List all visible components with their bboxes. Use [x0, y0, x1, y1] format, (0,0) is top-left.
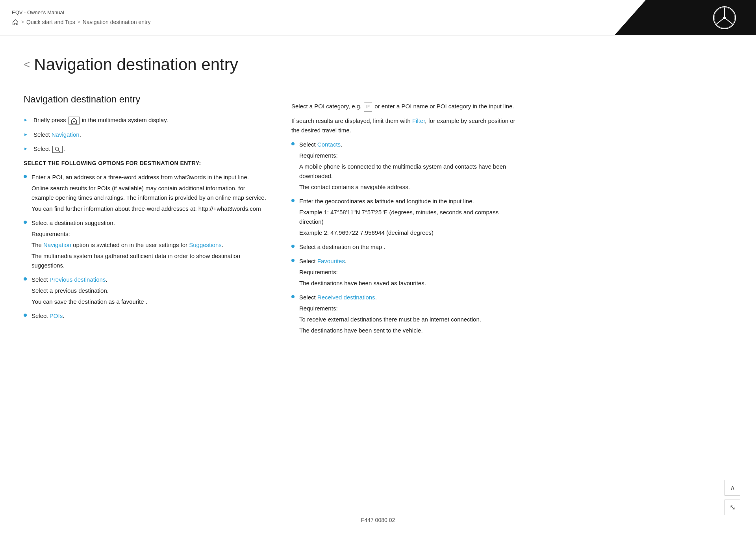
- page-title: Navigation destination entry: [34, 55, 238, 74]
- section-title: Navigation destination entry: [24, 94, 268, 105]
- geocoord-ex1: Example 1: 47°58'11"N 7°57'25"E (degrees…: [299, 208, 520, 227]
- bullet-dot-poi: [24, 175, 27, 178]
- bullet-content-geocoord: Enter the geocoordinates as latitude and…: [299, 197, 520, 238]
- svg-point-5: [723, 17, 726, 19]
- suggestion-requirements: Requirements:: [32, 229, 268, 239]
- bullet-content-map: Select a destination on the map .: [299, 242, 385, 252]
- geocoord-main-text: Enter the geocoordinates as latitude and…: [299, 198, 474, 204]
- bullet-content-poi: Enter a POI, an address or a three-word …: [32, 173, 268, 214]
- bullet-dot-suggestion: [24, 221, 27, 224]
- bullet-item-previous: Select Previous destinations. Select a p…: [24, 275, 268, 307]
- poi-main-text: Enter a POI, an address or a three-word …: [32, 174, 249, 180]
- received-req2: The destinations have been sent to the v…: [299, 326, 481, 335]
- home-icon[interactable]: [12, 19, 19, 26]
- svg-line-4: [724, 18, 734, 25]
- step-text-3: Select .: [33, 145, 65, 154]
- breadcrumb: > Quick start and Tips > Navigation dest…: [12, 19, 602, 26]
- bullet-item-geocoord: Enter the geocoordinates as latitude and…: [291, 197, 520, 238]
- bullet-content-suggestion: Select a destination suggestion. Require…: [32, 218, 268, 270]
- poi-sub1: Online search results for POIs (if avail…: [32, 184, 268, 202]
- poi-category-icon-box: P: [364, 102, 372, 112]
- previous-sub2: You can save the destination as a favour…: [32, 297, 147, 307]
- step-item-2: ► Select Navigation.: [24, 130, 268, 139]
- scroll-up-icon: ∧: [730, 483, 735, 492]
- page-title-row: < Navigation destination entry: [24, 55, 732, 74]
- previous-destinations-link[interactable]: Previous destinations: [50, 276, 106, 283]
- step-bullet-1: ►: [24, 117, 28, 122]
- bullet-content-pois: Select POIs.: [32, 311, 64, 321]
- bullet-item-map: Select a destination on the map .: [291, 242, 520, 252]
- favourites-main-text: Select Favourites.: [299, 258, 346, 264]
- step-text-1: Briefly press in the multimedia system d…: [33, 116, 168, 125]
- suggestion-req1: The Navigation option is switched on in …: [32, 240, 268, 250]
- bullet-item-poi: Enter a POI, an address or a three-word …: [24, 173, 268, 214]
- breadcrumb-link-quickstart[interactable]: Quick start and Tips: [26, 19, 75, 25]
- bullet-dot-pois: [24, 314, 27, 317]
- bullet-content-previous: Select Previous destinations. Select a p…: [32, 275, 147, 307]
- bullet-dot-map: [291, 245, 295, 248]
- step-bullet-2: ►: [24, 132, 28, 137]
- right-bullet-list: Select Contacts. Requirements: A mobile …: [291, 140, 520, 335]
- navigation-link-2[interactable]: Navigation: [43, 241, 71, 248]
- footer: F447 0080 02: [0, 517, 756, 523]
- left-bullet-list: Enter a POI, an address or a three-word …: [24, 173, 268, 321]
- home-icon-box: [69, 117, 80, 124]
- expand-button[interactable]: ⤡: [724, 500, 740, 515]
- step-list: ► Briefly press in the multimedia system…: [24, 116, 268, 154]
- main-content: Navigation destination entry ► Briefly p…: [0, 86, 756, 364]
- header-right: [614, 0, 756, 35]
- step-item-1: ► Briefly press in the multimedia system…: [24, 116, 268, 125]
- bullet-item-suggestion: Select a destination suggestion. Require…: [24, 218, 268, 270]
- map-main-text: Select a destination on the map .: [299, 243, 385, 250]
- previous-main-text: Select Previous destinations.: [32, 276, 107, 283]
- svg-line-3: [715, 18, 724, 25]
- left-column: Navigation destination entry ► Briefly p…: [24, 94, 268, 340]
- right-intro: Select a POI category, e.g. P or enter a…: [291, 102, 520, 111]
- bullet-content-contacts: Select Contacts. Requirements: A mobile …: [299, 140, 520, 192]
- bullet-item-received: Select Received destinations. Requiremen…: [291, 293, 520, 335]
- bullet-dot-contacts: [291, 142, 295, 145]
- bullet-dot-favourites: [291, 259, 295, 262]
- navigation-link[interactable]: Navigation: [52, 131, 80, 138]
- bullet-content-favourites: Select Favourites. Requirements: The des…: [299, 256, 426, 288]
- contacts-req1: A mobile phone is connected to the multi…: [299, 162, 520, 181]
- svg-line-7: [58, 150, 60, 152]
- contacts-main-text: Select Contacts.: [299, 141, 342, 148]
- right-column: Select a POI category, e.g. P or enter a…: [291, 94, 520, 340]
- bullet-dot-geocoord: [291, 199, 295, 202]
- favourites-requirements: Requirements:: [299, 268, 426, 277]
- scroll-up-button[interactable]: ∧: [724, 480, 740, 496]
- geocoord-ex2: Example 2: 47.969722 7.956944 (decimal d…: [299, 228, 520, 238]
- svg-point-6: [55, 147, 58, 150]
- options-header: SELECT THE FOLLOWING OPTIONS FOR DESTINA…: [24, 160, 268, 166]
- bullet-item-pois: Select POIs.: [24, 311, 268, 321]
- previous-sub1: Select a previous destination.: [32, 286, 147, 295]
- step-bullet-3: ►: [24, 146, 28, 151]
- header-left: EQV - Owner's Manual > Quick start and T…: [0, 0, 614, 35]
- breadcrumb-sep-1: >: [21, 19, 24, 25]
- received-destinations-link[interactable]: Received destinations: [317, 294, 375, 301]
- breadcrumb-current: Navigation destination entry: [83, 19, 151, 25]
- suggestion-main-text: Select a destination suggestion.: [32, 219, 115, 226]
- received-main-text: Select Received destinations.: [299, 294, 377, 301]
- breadcrumb-sep-2: >: [78, 19, 80, 25]
- bullet-item-contacts: Select Contacts. Requirements: A mobile …: [291, 140, 520, 192]
- favourites-link[interactable]: Favourites: [317, 258, 345, 264]
- step-text-2: Select Navigation.: [33, 130, 81, 139]
- suggestions-link[interactable]: Suggestions: [189, 241, 222, 248]
- page-title-section: < Navigation destination entry: [0, 35, 756, 86]
- contacts-link[interactable]: Contacts: [317, 141, 341, 148]
- expand-icon: ⤡: [730, 503, 736, 512]
- filter-link[interactable]: Filter: [412, 117, 425, 124]
- back-arrow-button[interactable]: <: [24, 59, 30, 70]
- step-item-3: ► Select .: [24, 145, 268, 154]
- pois-link[interactable]: POIs: [50, 312, 63, 319]
- pois-main-text: Select POIs.: [32, 312, 64, 319]
- contacts-req2: The contact contains a navigable address…: [299, 182, 520, 192]
- manual-title: EQV - Owner's Manual: [12, 9, 602, 15]
- contacts-requirements: Requirements:: [299, 151, 520, 160]
- mercedes-logo: [713, 6, 736, 30]
- poi-sub2: You can find further information about t…: [32, 204, 268, 214]
- header: EQV - Owner's Manual > Quick start and T…: [0, 0, 756, 35]
- received-req1: To receive external destinations there m…: [299, 315, 481, 324]
